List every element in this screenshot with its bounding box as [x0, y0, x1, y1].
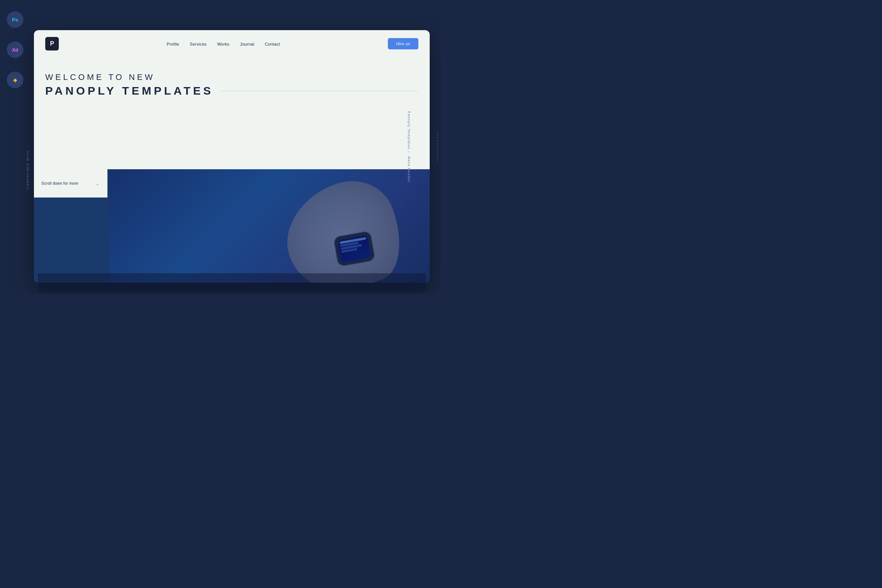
nav-link-services[interactable]: Services: [190, 42, 207, 46]
nav-item-journal[interactable]: Journal: [240, 40, 254, 47]
nav-link-works[interactable]: Works: [217, 42, 229, 46]
scroll-box[interactable]: Scroll down for more ⌄: [34, 169, 107, 198]
smartwatch-screen: [337, 235, 371, 263]
card-top: P Profile Services Works Journal Contact: [34, 30, 430, 169]
nav-item-services[interactable]: Services: [190, 40, 207, 47]
hire-button[interactable]: Hire us: [388, 38, 418, 49]
nav-logo[interactable]: P: [45, 37, 59, 51]
shadow-card: [38, 273, 426, 292]
hero-title: PANOPLY TEMPLATES: [45, 84, 213, 97]
xd-label: Xd: [12, 47, 18, 53]
main-card: P Profile Services Works Journal Contact: [34, 30, 430, 283]
ps-label: Ps: [12, 17, 18, 23]
photoshop-icon[interactable]: Ps: [7, 11, 23, 28]
right-label-prefix: Panoply Templates –: [407, 111, 411, 153]
hero-title-row: PANOPLY TEMPLATES: [45, 84, 418, 97]
watch-image-overlay: [109, 169, 430, 283]
card-bottom: Scroll down for more ⌄: [34, 169, 430, 283]
nav-link-journal[interactable]: Journal: [240, 42, 254, 46]
nav-item-profile[interactable]: Profile: [167, 40, 179, 47]
right-label: Panoply Templates – Hero Header: [407, 111, 411, 183]
sketch-icon[interactable]: ◈: [7, 72, 23, 88]
right-label-suffix: Hero Header: [407, 156, 411, 183]
hero-text: WELCOME TO NEW PANOPLY TEMPLATES: [45, 57, 418, 97]
nav-link-profile[interactable]: Profile: [167, 42, 179, 46]
navbar: P Profile Services Works Journal Contact: [45, 30, 418, 57]
sidebar: Ps Xd ◈ COMPATIBLE WITH: [0, 0, 30, 294]
watch-scene: [109, 169, 430, 283]
nav-item-contact[interactable]: Contact: [265, 40, 280, 47]
hero-subtitle: WELCOME TO NEW: [45, 72, 418, 82]
compatible-label: COMPATIBLE WITH: [26, 150, 29, 189]
chevron-down-icon: ⌄: [95, 180, 100, 186]
sk-label: ◈: [13, 77, 17, 83]
nav-item-works[interactable]: Works: [217, 40, 229, 47]
smartwatch-body: [333, 231, 375, 267]
nav-link-contact[interactable]: Contact: [265, 42, 280, 46]
dots-pattern: [437, 132, 438, 162]
scroll-text: Scroll down for more: [41, 181, 78, 185]
nav-links: Profile Services Works Journal Contact: [167, 40, 280, 47]
hero-divider-line: [221, 91, 418, 91]
xd-icon[interactable]: Xd: [7, 41, 23, 58]
